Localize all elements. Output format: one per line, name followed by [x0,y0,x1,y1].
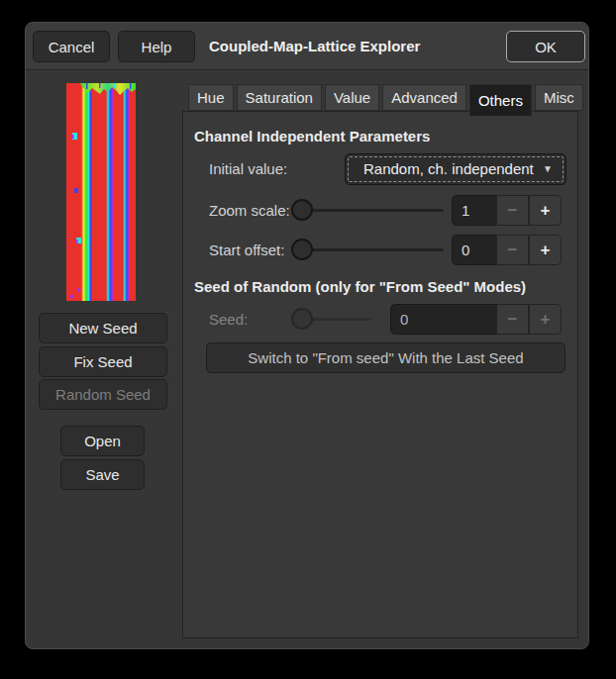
cml-explorer-dialog: Cancel Help Coupled-Map-Lattice Explorer… [25,22,589,649]
slider-track [301,248,444,251]
zoom-scale-decrement-button[interactable]: − [496,195,529,226]
initial-value-label: Initial value: [209,153,287,184]
tab-others[interactable]: Others [469,84,532,116]
seed-decrement-button: − [496,304,529,335]
tab-bar: Hue Saturation Value Advanced Others Mis… [182,84,578,112]
slider-track [301,209,444,212]
dialog-title: Coupled-Map-Lattice Explorer [209,23,420,70]
start-offset-increment-button[interactable]: + [529,235,562,265]
seed-entry: 0 [390,304,497,335]
cml-pattern-preview [66,83,136,301]
section-title-seed-of-random: Seed of Random (only for "From Seed" Mod… [194,278,526,295]
tab-saturation[interactable]: Saturation [237,84,322,111]
cancel-button[interactable]: Cancel [33,31,110,62]
zoom-scale-increment-button[interactable]: + [529,195,562,226]
random-seed-button[interactable]: Random Seed [39,379,167,410]
seed-label: Seed: [209,304,248,335]
ok-button[interactable]: OK [506,31,585,62]
others-panel: Channel Independent Parameters Initial v… [182,111,578,638]
zoom-scale-label: Zoom scale: [209,195,290,226]
start-offset-label: Start offset: [209,235,284,265]
start-offset-decrement-button[interactable]: − [496,235,529,265]
zoom-scale-slider[interactable] [291,195,446,226]
tab-advanced[interactable]: Advanced [382,84,466,111]
slider-knob[interactable] [291,239,313,260]
help-button[interactable]: Help [118,31,195,62]
start-offset-entry[interactable]: 0 [452,235,497,265]
tab-misc[interactable]: Misc [535,84,583,111]
new-seed-button[interactable]: New Seed [39,313,167,343]
slider-knob[interactable] [291,199,313,221]
open-button[interactable]: Open [60,426,145,456]
section-title-channel-independent: Channel Independent Parameters [194,128,430,145]
preview-image [66,83,136,301]
initial-value-dropdown[interactable]: Random, ch. independent ▼ [345,153,566,185]
zoom-scale-entry[interactable]: 1 [452,195,497,226]
slider-knob [291,308,313,330]
tab-hue[interactable]: Hue [188,84,234,111]
screen: Cancel Help Coupled-Map-Lattice Explorer… [0,0,616,679]
tab-value[interactable]: Value [325,84,379,111]
chevron-down-icon: ▼ [543,154,553,184]
start-offset-slider[interactable] [291,235,446,265]
switch-to-from-seed-button[interactable]: Switch to "From seed" With the Last Seed [206,342,565,373]
seed-slider [291,304,373,335]
settings-notebook: Hue Saturation Value Advanced Others Mis… [182,84,578,638]
save-button[interactable]: Save [60,459,145,490]
titlebar[interactable]: Cancel Help Coupled-Map-Lattice Explorer… [26,23,588,70]
initial-value-selected: Random, ch. independent [363,160,534,177]
seed-increment-button: + [529,304,562,335]
fix-seed-button[interactable]: Fix Seed [39,346,167,377]
